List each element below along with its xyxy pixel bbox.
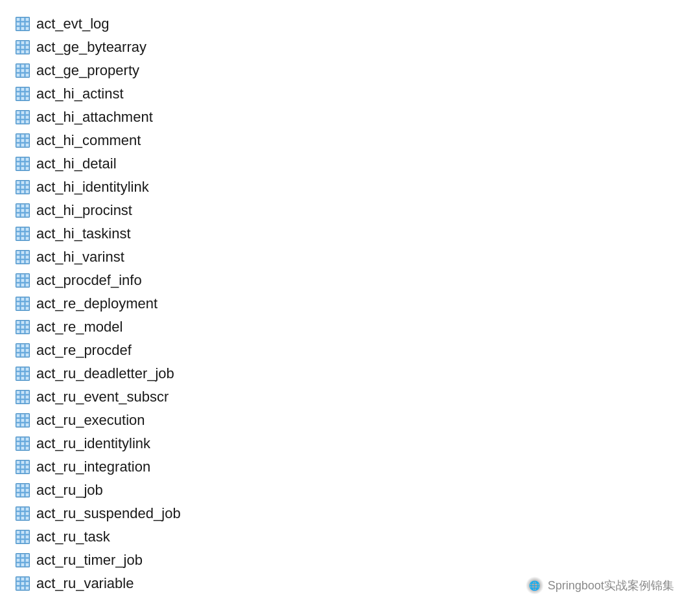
- table-grid-icon: [14, 85, 31, 102]
- table-item[interactable]: act_hi_procinst: [13, 199, 687, 222]
- table-item[interactable]: act_hi_attachment: [13, 106, 687, 128]
- table-grid-icon: [14, 552, 31, 569]
- table-item[interactable]: act_ru_event_subscr: [13, 386, 687, 408]
- table-item[interactable]: act_ru_suspended_job: [13, 503, 687, 525]
- table-item[interactable]: act_procdef_info: [13, 269, 687, 291]
- table-name-label: act_hi_actinst: [36, 85, 124, 102]
- table-grid-icon: [14, 62, 31, 79]
- watermark: 🌐 Springboot实战案例锦集: [526, 576, 674, 595]
- table-name-label: act_re_model: [36, 319, 122, 335]
- table-grid-icon: [14, 365, 31, 382]
- table-name-label: act_ru_timer_job: [36, 552, 143, 569]
- table-name-label: act_ru_variable: [36, 575, 134, 592]
- table-name-label: act_hi_taskinst: [36, 225, 131, 242]
- table-grid-icon: [14, 155, 31, 172]
- table-item[interactable]: act_evt_log: [13, 13, 687, 35]
- table-item[interactable]: act_ru_job: [13, 479, 687, 501]
- table-item[interactable]: act_hi_actinst: [13, 83, 687, 105]
- table-item[interactable]: act_ge_property: [13, 60, 687, 82]
- table-name-label: act_ge_property: [36, 62, 139, 79]
- table-name-label: act_hi_attachment: [36, 109, 153, 126]
- table-name-label: act_ru_deadletter_job: [36, 365, 174, 382]
- table-grid-icon: [14, 109, 31, 126]
- table-item[interactable]: act_ru_deadletter_job: [13, 363, 687, 385]
- table-name-label: act_procdef_info: [36, 272, 142, 289]
- table-grid-icon: [14, 575, 31, 592]
- table-item[interactable]: act_ge_bytearray: [13, 36, 687, 58]
- table-item[interactable]: act_hi_identitylink: [13, 176, 687, 198]
- table-grid-icon: [14, 505, 31, 522]
- table-grid-icon: [14, 412, 31, 429]
- table-name-label: act_evt_log: [36, 16, 110, 32]
- table-name-label: act_hi_comment: [36, 132, 141, 149]
- table-name-label: act_ge_bytearray: [36, 39, 146, 56]
- table-name-label: act_hi_identitylink: [36, 179, 149, 196]
- table-item[interactable]: act_hi_detail: [13, 153, 687, 175]
- table-item[interactable]: act_ru_execution: [13, 409, 687, 431]
- table-grid-icon: [14, 295, 31, 312]
- table-name-label: act_hi_varinst: [36, 249, 124, 266]
- table-item[interactable]: act_ru_task: [13, 526, 687, 548]
- table-grid-icon: [14, 16, 31, 32]
- table-name-label: act_ru_event_subscr: [36, 389, 169, 405]
- table-item[interactable]: act_ru_timer_job: [13, 549, 687, 571]
- table-item[interactable]: act_re_model: [13, 316, 687, 338]
- table-grid-icon: [14, 202, 31, 219]
- table-item[interactable]: act_re_deployment: [13, 293, 687, 315]
- table-name-label: act_hi_detail: [36, 155, 117, 172]
- table-grid-icon: [14, 132, 31, 149]
- table-grid-icon: [14, 482, 31, 499]
- table-grid-icon: [14, 342, 31, 359]
- table-name-label: act_re_deployment: [36, 295, 158, 312]
- table-item[interactable]: act_hi_taskinst: [13, 223, 687, 245]
- table-grid-icon: [14, 459, 31, 475]
- table-name-label: act_re_procdef: [36, 342, 132, 359]
- table-list: act_evt_logact_ge_bytearrayact_ge_proper…: [13, 13, 687, 595]
- table-grid-icon: [14, 389, 31, 405]
- table-name-label: act_ru_suspended_job: [36, 505, 181, 522]
- table-name-label: act_ru_job: [36, 482, 103, 499]
- table-grid-icon: [14, 272, 31, 289]
- table-grid-icon: [14, 319, 31, 335]
- table-grid-icon: [14, 39, 31, 56]
- table-name-label: act_ru_integration: [36, 459, 150, 475]
- table-grid-icon: [14, 435, 31, 452]
- table-grid-icon: [14, 225, 31, 242]
- table-name-label: act_hi_procinst: [36, 202, 132, 219]
- table-item[interactable]: act_hi_comment: [13, 130, 687, 152]
- table-grid-icon: [14, 179, 31, 196]
- watermark-icon: 🌐: [526, 576, 544, 595]
- table-name-label: act_ru_task: [36, 529, 110, 545]
- table-item[interactable]: act_hi_varinst: [13, 246, 687, 268]
- table-grid-icon: [14, 249, 31, 266]
- table-grid-icon: [14, 529, 31, 545]
- table-item[interactable]: act_ru_integration: [13, 456, 687, 478]
- watermark-text: Springboot实战案例锦集: [548, 578, 674, 593]
- table-name-label: act_ru_identitylink: [36, 435, 150, 452]
- table-name-label: act_ru_execution: [36, 412, 145, 429]
- table-item[interactable]: act_re_procdef: [13, 339, 687, 361]
- table-item[interactable]: act_ru_identitylink: [13, 433, 687, 455]
